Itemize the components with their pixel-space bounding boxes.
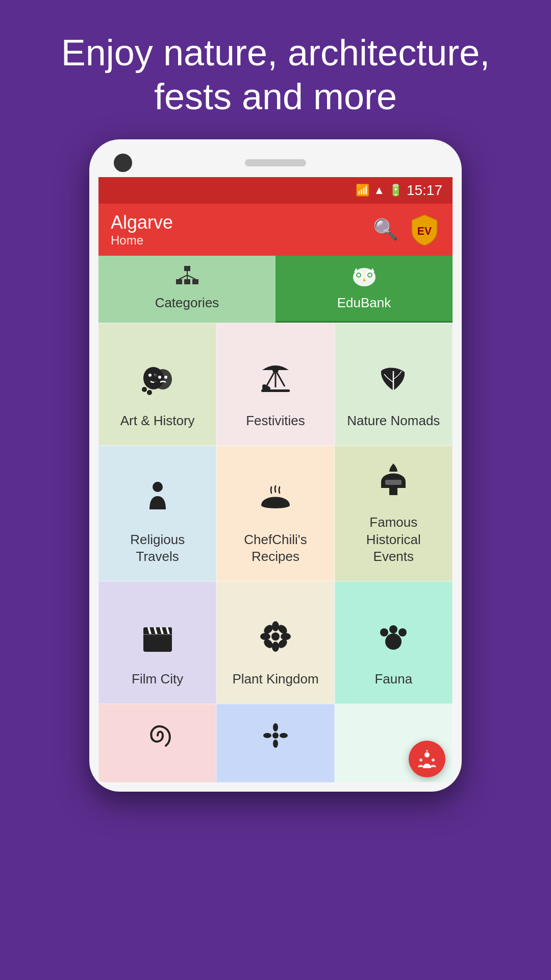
- svg-line-28: [266, 370, 276, 386]
- historical-events-label: Famous Historical Events: [345, 514, 442, 566]
- svg-point-58: [398, 628, 407, 636]
- shield-logo-svg: EV: [409, 214, 440, 246]
- app-name: Algarve: [111, 212, 173, 233]
- nature-nomads-label: Nature Nomads: [347, 412, 440, 430]
- phone-screen: 📶 ▲ 🔋 15:17 Algarve Home 🔍: [98, 177, 453, 782]
- svg-point-55: [385, 633, 402, 650]
- search-icon[interactable]: 🔍: [373, 217, 398, 241]
- signal-icon: ▲: [373, 184, 385, 197]
- svg-rect-2: [176, 279, 182, 284]
- battery-icon: 🔋: [389, 184, 403, 197]
- svg-rect-3: [184, 279, 190, 284]
- chef-recipes-label: ChefChili's Recipes: [227, 531, 323, 566]
- svg-point-14: [368, 274, 371, 277]
- edubank-tab-label: EduBank: [337, 295, 391, 311]
- svg-point-25: [142, 387, 147, 392]
- svg-rect-38: [385, 480, 402, 485]
- svg-line-6: [179, 275, 187, 279]
- app-bar-actions: 🔍 EV: [373, 214, 440, 246]
- phone-outer: 📶 ▲ 🔋 15:17 Algarve Home 🔍: [89, 139, 462, 792]
- religious-travels-label: Religious Travels: [109, 531, 206, 566]
- app-bar: Algarve Home 🔍 EV: [98, 204, 453, 256]
- status-time: 15:17: [407, 182, 442, 199]
- svg-rect-4: [192, 279, 198, 284]
- svg-point-24: [164, 376, 167, 379]
- svg-point-57: [389, 625, 397, 633]
- svg-rect-39: [143, 632, 172, 652]
- grid-cell-fauna[interactable]: Fauna: [335, 581, 453, 704]
- svg-point-46: [271, 632, 280, 641]
- festivities-label: Festivities: [246, 412, 305, 430]
- fauna-label: Fauna: [374, 671, 412, 688]
- tab-edubank[interactable]: EduBank: [276, 256, 453, 323]
- svg-point-64: [424, 752, 430, 757]
- grid-cell-festivities[interactable]: Festivities: [216, 323, 334, 446]
- svg-point-63: [280, 733, 288, 738]
- svg-point-61: [273, 740, 278, 748]
- category-grid: Art & History: [98, 323, 453, 782]
- art-history-icon: [139, 360, 176, 402]
- grid-cell-row4-1[interactable]: [98, 704, 216, 782]
- religious-travels-icon: [139, 479, 176, 521]
- grid-cell-religious-travels[interactable]: Religious Travels: [98, 446, 216, 581]
- svg-point-22: [154, 369, 172, 389]
- phone-mockup: 📶 ▲ 🔋 15:17 Algarve Home 🔍: [0, 139, 551, 792]
- grid-cell-chef-recipes[interactable]: ChefChili's Recipes: [216, 446, 334, 581]
- app-subtitle: Home: [111, 233, 173, 248]
- svg-point-13: [357, 274, 360, 277]
- historical-events-icon: [375, 461, 412, 504]
- row4-2-icon: [260, 720, 291, 756]
- grid-cell-art-history[interactable]: Art & History: [98, 323, 216, 446]
- edubank-icon: [351, 266, 378, 291]
- svg-rect-33: [261, 389, 290, 392]
- svg-point-49: [260, 633, 270, 640]
- chef-recipes-icon: [257, 479, 294, 521]
- svg-point-32: [262, 384, 266, 388]
- grid-cell-film-city[interactable]: Film City: [98, 581, 216, 704]
- film-city-label: Film City: [132, 671, 183, 688]
- grid-cell-historical-events[interactable]: Famous Historical Events: [335, 446, 453, 581]
- svg-point-35: [155, 482, 161, 486]
- svg-line-30: [276, 370, 285, 386]
- svg-point-26: [147, 390, 152, 395]
- svg-point-47: [272, 621, 279, 631]
- film-city-icon: [139, 618, 176, 660]
- svg-text:EV: EV: [417, 225, 432, 237]
- plant-kingdom-label: Plant Kingdom: [232, 671, 318, 688]
- svg-point-56: [380, 628, 388, 636]
- svg-rect-1: [184, 266, 190, 271]
- svg-point-20: [148, 374, 152, 377]
- grid-cell-nature-nomads[interactable]: Nature Nomads: [335, 323, 453, 446]
- art-history-label: Art & History: [120, 412, 195, 430]
- svg-point-60: [273, 723, 278, 731]
- svg-point-59: [272, 732, 279, 739]
- svg-point-48: [272, 642, 279, 652]
- tabs-bar: Categories: [98, 256, 453, 323]
- festivities-icon: [257, 360, 294, 402]
- fab-button[interactable]: [409, 741, 445, 777]
- grid-cell-row4-2[interactable]: [216, 704, 334, 782]
- row4-1-icon: [142, 720, 173, 756]
- grid-cell-plant-kingdom[interactable]: Plant Kingdom: [216, 581, 334, 704]
- svg-point-23: [158, 376, 161, 379]
- fauna-icon: [375, 618, 412, 660]
- camera-icon: [114, 154, 132, 172]
- tab-categories[interactable]: Categories: [98, 256, 276, 323]
- hero-text: Enjoy nature, architecture, fests and mo…: [0, 0, 551, 139]
- status-icons: 📶 ▲ 🔋 15:17: [356, 182, 442, 199]
- status-bar: 📶 ▲ 🔋 15:17: [98, 177, 453, 204]
- svg-point-50: [281, 633, 291, 640]
- svg-point-66: [432, 758, 435, 762]
- plant-kingdom-icon: [257, 618, 294, 660]
- nature-nomads-icon: [375, 360, 412, 402]
- wifi-icon: 📶: [356, 184, 369, 197]
- phone-notch: [98, 149, 453, 177]
- svg-point-62: [263, 733, 271, 738]
- svg-rect-37: [389, 488, 397, 495]
- app-bar-title: Algarve Home: [111, 212, 173, 248]
- categories-tab-label: Categories: [155, 295, 219, 311]
- svg-point-65: [419, 758, 422, 762]
- svg-point-67: [426, 750, 428, 752]
- categories-icon: [175, 266, 199, 291]
- ev-logo-button[interactable]: EV: [409, 214, 440, 246]
